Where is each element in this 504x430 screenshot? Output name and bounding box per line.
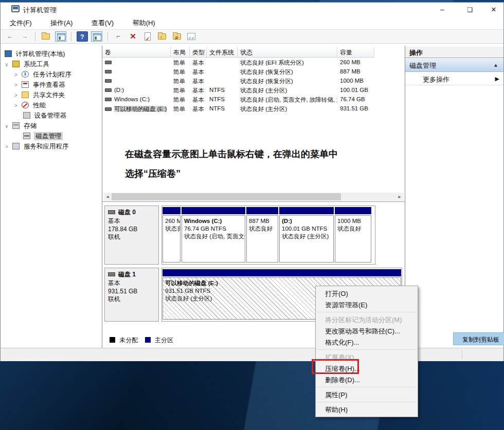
statusbar-divider xyxy=(462,350,462,359)
title-bar[interactable]: 计算机管理 xyxy=(1,3,503,16)
menu-separator xyxy=(317,402,417,402)
forward-icon[interactable] xyxy=(19,31,30,42)
device-manager-icon xyxy=(23,112,30,119)
tree-item-system-tools[interactable]: ∨ 系统工具 xyxy=(1,60,102,70)
desktop: 计算机管理 文件(F) 操作(A) 查看(V) 帮助(H) xyxy=(0,0,504,430)
show-console-tree-icon[interactable] xyxy=(55,31,66,42)
partition-efi[interactable]: 260 MB 状态良好 xyxy=(162,206,181,264)
menu-item-explorer[interactable]: 资源管理器(E) xyxy=(316,299,418,310)
disk0-row: 磁盘 0 基本 178.84 GB 联机 260 MB 状态良好 xyxy=(104,205,403,265)
services-icon xyxy=(12,143,20,149)
device-icon[interactable] xyxy=(113,31,124,42)
chevron-right-icon[interactable]: > xyxy=(13,72,19,78)
collapse-icon[interactable] xyxy=(493,62,498,68)
menu-view[interactable]: 查看(V) xyxy=(87,16,118,28)
disk1-label[interactable]: 磁盘 1 基本 931.51 GB 联机 xyxy=(104,268,159,322)
chevron-right-icon[interactable]: > xyxy=(13,92,19,98)
tree-item-services-apps[interactable]: > 服务和应用程序 xyxy=(1,142,102,153)
folder-search-icon[interactable] xyxy=(171,31,183,42)
window-title: 计算机管理 xyxy=(23,6,57,15)
scheduler-icon xyxy=(22,71,29,78)
tree-item-shared-folders[interactable]: > 共享文件夹 xyxy=(1,91,102,101)
tree-item-storage[interactable]: ∨ 存储 xyxy=(1,122,102,132)
scroll-left-icon[interactable] xyxy=(103,193,112,201)
menu-item-format[interactable]: 格式化(F)... xyxy=(316,336,418,348)
volume-icon xyxy=(105,70,112,73)
menu-item-properties[interactable]: 属性(P) xyxy=(316,389,418,400)
partition-color-bar xyxy=(163,269,401,276)
storage-icon xyxy=(12,122,20,129)
close-button[interactable] xyxy=(485,3,502,16)
back-icon[interactable] xyxy=(4,31,15,42)
show-action-pane-icon[interactable] xyxy=(91,31,102,42)
menu-separator xyxy=(317,312,417,312)
toolbar-separator xyxy=(107,32,108,41)
chevron-right-icon[interactable]: > xyxy=(4,144,10,149)
tree-item-performance[interactable]: > 性能 xyxy=(1,101,102,111)
checklist-icon[interactable] xyxy=(186,31,197,42)
delete-icon[interactable] xyxy=(128,31,139,42)
more-actions-item[interactable]: 更多操作 xyxy=(405,72,503,85)
red-highlight-box xyxy=(312,359,359,374)
chevron-right-icon[interactable]: > xyxy=(13,82,19,88)
tree-item-device-manager[interactable]: 设备管理器 xyxy=(1,111,102,122)
legend-primary-label: 主分区 xyxy=(155,336,173,344)
context-menu: 打开(O) 资源管理器(E) 将分区标记为活动分区(M) 更改驱动器号和路径(C… xyxy=(315,286,418,417)
tree-item-task-scheduler[interactable]: > 任务计划程序 xyxy=(1,70,102,81)
volume-icon xyxy=(105,79,112,83)
performance-icon xyxy=(22,102,29,108)
status-bar xyxy=(1,348,503,361)
menu-file[interactable]: 文件(F) xyxy=(6,16,36,28)
folder-up-icon[interactable] xyxy=(156,31,168,42)
menu-item-help[interactable]: 帮助(H) xyxy=(316,404,418,415)
maximize-button[interactable] xyxy=(461,3,479,16)
partition-color-bar xyxy=(163,207,181,214)
toolbar-separator xyxy=(35,32,35,41)
volume-icon xyxy=(105,98,112,101)
partition-c[interactable]: Windows (C:) 76.74 GB NTFS 状态良好 (启动, 页面文… xyxy=(181,206,246,264)
properties-check-icon[interactable] xyxy=(142,31,153,42)
volume-icon xyxy=(105,107,112,111)
partition-d[interactable]: (D:) 100.01 GB NTFS 状态良好 (主分区) xyxy=(279,206,334,264)
column-header-fs[interactable]: 文件系统 xyxy=(207,47,238,58)
volume-icon xyxy=(105,61,112,64)
horizontal-scrollbar[interactable] xyxy=(103,193,404,201)
open-folder-icon[interactable] xyxy=(40,31,51,42)
help-icon[interactable] xyxy=(77,31,88,42)
menu-item-open[interactable]: 打开(O) xyxy=(316,288,418,299)
submenu-arrow-icon xyxy=(495,76,499,82)
column-header-layout[interactable]: 布局 xyxy=(171,47,190,58)
volume-list: 卷 布局 类型 文件系统 状态 容量 简单 基本 状态良好 (EFI 系统分区)… xyxy=(102,46,405,202)
column-header-status[interactable]: 状态 xyxy=(238,47,337,58)
chevron-down-icon[interactable]: ∨ xyxy=(4,62,10,67)
chevron-right-icon[interactable]: > xyxy=(13,103,19,108)
disk-icon xyxy=(108,272,115,276)
instruction-annotation: 在磁盘容量示意图上单击鼠标右键，在弹出的菜单中 选择“压缩卷” xyxy=(125,144,392,183)
scrollbar-thumb[interactable] xyxy=(112,193,341,200)
menu-item-change-drive-letter[interactable]: 更改驱动器号和路径(C)... xyxy=(316,325,418,336)
minimize-button[interactable] xyxy=(434,3,451,16)
primary-partition-color-swatch xyxy=(145,337,151,343)
copy-to-clipboard-button[interactable]: 复制到剪贴板 xyxy=(453,332,504,345)
partition-recovery-887[interactable]: 887 MB 状态良好 xyxy=(246,206,279,264)
chevron-down-icon[interactable]: ∨ xyxy=(4,123,10,129)
partition-color-bar xyxy=(246,207,278,214)
menu-item-delete-volume[interactable]: 删除卷(D)... xyxy=(316,374,418,385)
disk0-label[interactable]: 磁盘 0 基本 178.84 GB 联机 xyxy=(104,205,159,265)
legend-unallocated-label: 未分配 xyxy=(119,336,138,344)
tree-item-computer-management[interactable]: 计算机管理(本地) xyxy=(1,50,102,60)
menu-help[interactable]: 帮助(H) xyxy=(129,16,159,28)
main-area: 计算机管理(本地) ∨ 系统工具 > 任务计划程序 > 事件查看器 xyxy=(1,46,503,348)
unallocated-color-swatch xyxy=(110,337,115,343)
disk-management-icon xyxy=(23,133,30,139)
scroll-right-icon[interactable] xyxy=(395,193,404,201)
shared-folders-icon xyxy=(22,91,29,98)
actions-section-disk-management[interactable]: 磁盘管理 xyxy=(405,59,503,72)
tree-item-disk-management[interactable]: 磁盘管理 xyxy=(1,132,102,142)
column-header-type[interactable]: 类型 xyxy=(190,47,207,58)
column-header-capacity[interactable]: 容量 xyxy=(337,47,374,58)
partition-recovery-1000[interactable]: 1000 MB 状态良好 xyxy=(334,206,372,264)
column-header-volume[interactable]: 卷 xyxy=(102,47,171,58)
tree-item-event-viewer[interactable]: > 事件查看器 xyxy=(1,81,102,91)
menu-action[interactable]: 操作(A) xyxy=(46,16,77,28)
